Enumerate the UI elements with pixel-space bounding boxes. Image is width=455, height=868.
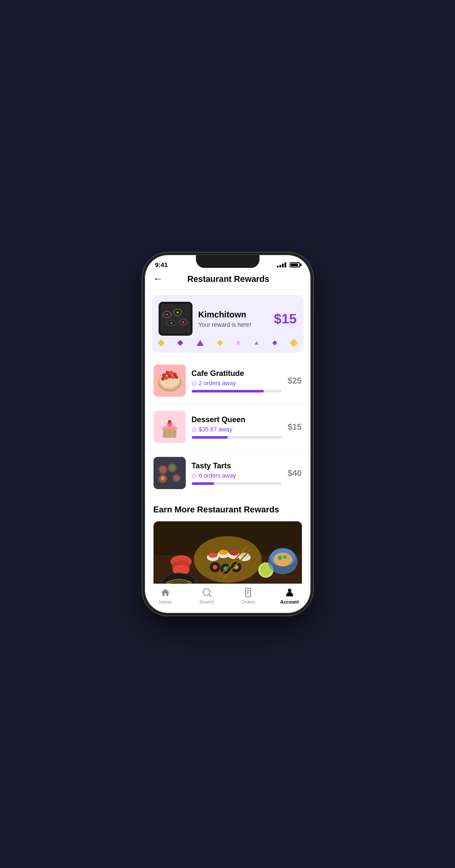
tasty-tarts-progress-bar xyxy=(192,482,282,485)
svg-line-86 xyxy=(209,595,211,597)
featured-restaurant-info: Kimchitown Your reward is here! xyxy=(198,310,268,328)
dessert-queen-name: Dessert Queen xyxy=(192,415,282,424)
cafe-gratitude-image xyxy=(154,364,186,397)
svg-point-22 xyxy=(165,376,168,380)
yellow-diamond-deco-2 xyxy=(217,340,223,346)
svg-point-38 xyxy=(162,467,164,469)
svg-point-80 xyxy=(274,553,292,566)
svg-point-59 xyxy=(229,551,239,556)
phone-screen: 9:41 ← Restaurant Rewards xyxy=(145,255,310,613)
signal-bar-3 xyxy=(282,264,284,267)
tasty-tarts-info: Tasty Tarts ◇ 6 orders away xyxy=(192,462,282,485)
purple-triangle-deco-1 xyxy=(197,340,204,346)
svg-point-23 xyxy=(167,374,172,378)
svg-point-57 xyxy=(219,550,228,555)
svg-point-24 xyxy=(171,376,175,379)
svg-point-91 xyxy=(288,589,291,592)
kimchitown-image xyxy=(159,302,193,336)
dessert-queen-info: Dessert Queen ◇ $35.87 away xyxy=(192,415,282,439)
reward-item-cafe-gratitude[interactable]: Cafe Gratitude ◇ 2 orders away $25 xyxy=(145,358,310,404)
svg-point-13 xyxy=(182,321,184,323)
featured-restaurant-subtitle: Your reward is here! xyxy=(198,321,268,328)
dessert-queen-amount: $15 xyxy=(288,422,301,432)
tab-home-label: Home xyxy=(159,599,172,604)
svg-point-4 xyxy=(166,314,168,315)
svg-rect-1 xyxy=(161,304,190,334)
status-icons xyxy=(277,262,300,267)
page-title: Restaurant Rewards xyxy=(168,274,289,284)
purple-triangle-small-deco xyxy=(254,341,259,345)
search-icon xyxy=(202,587,212,598)
food-banner[interactable] xyxy=(154,521,302,584)
dessert-queen-status-text: $35.87 away xyxy=(199,426,232,433)
diamond-icon-dessert: ◇ xyxy=(192,426,196,433)
tasty-tarts-name: Tasty Tarts xyxy=(192,462,282,470)
scroll-content[interactable]: Kimchitown Your reward is here! $15 xyxy=(145,290,310,584)
dessert-queen-progress-bar xyxy=(192,436,282,439)
svg-point-30 xyxy=(168,420,171,423)
tab-bar: Home Search Orders xyxy=(145,584,310,613)
page-header: ← Restaurant Rewards xyxy=(145,270,310,290)
tab-account[interactable]: Account xyxy=(269,587,310,604)
cafe-gratitude-amount: $25 xyxy=(288,376,301,386)
diamond-icon-tarts: ◇ xyxy=(192,472,196,479)
decoration-row xyxy=(159,336,297,346)
tab-account-label: Account xyxy=(280,599,299,604)
cafe-gratitude-progress-bar xyxy=(192,390,282,392)
tasty-tarts-svg xyxy=(154,457,186,489)
signal-bar-1 xyxy=(277,266,279,267)
svg-point-82 xyxy=(283,555,287,559)
notch xyxy=(196,255,260,268)
battery-icon xyxy=(290,262,300,267)
tab-orders-label: Orders xyxy=(241,599,255,604)
signal-bar-2 xyxy=(279,265,281,267)
svg-point-55 xyxy=(208,553,218,558)
svg-rect-34 xyxy=(154,457,186,489)
featured-reward-card[interactable]: Kimchitown Your reward is here! $15 xyxy=(152,295,304,353)
pink-diamond-deco xyxy=(236,340,240,345)
orders-icon xyxy=(243,587,253,598)
back-button[interactable]: ← xyxy=(154,273,163,284)
signal-bar-4 xyxy=(285,262,286,267)
cafe-gratitude-info: Cafe Gratitude ◇ 2 orders away xyxy=(192,369,282,392)
tasty-tarts-image xyxy=(154,457,186,489)
svg-point-64 xyxy=(213,565,217,569)
svg-point-81 xyxy=(278,556,282,560)
earn-more-section: Earn More Restaurant Rewards xyxy=(145,496,310,584)
dessert-queen-svg xyxy=(154,411,186,443)
svg-point-42 xyxy=(171,466,173,467)
signal-bars-icon xyxy=(277,262,286,267)
svg-point-53 xyxy=(194,536,262,583)
svg-point-10 xyxy=(170,322,173,324)
cafe-gratitude-name: Cafe Gratitude xyxy=(192,369,282,378)
svg-point-7 xyxy=(176,312,179,313)
tasty-tarts-amount: $40 xyxy=(288,468,301,478)
home-icon xyxy=(160,587,170,598)
purple-diamond-deco-2 xyxy=(272,340,277,345)
tab-home[interactable]: Home xyxy=(145,587,187,604)
tab-search[interactable]: Search xyxy=(186,587,228,604)
tasty-tarts-progress-fill xyxy=(192,482,214,485)
purple-diamond-deco-1 xyxy=(177,340,183,346)
tab-search-label: Search xyxy=(199,599,214,604)
cafe-gratitude-status-text: 2 orders away xyxy=(199,380,236,387)
dessert-queen-status: ◇ $35.87 away xyxy=(192,426,282,433)
tasty-tarts-status-text: 6 orders away xyxy=(199,472,236,479)
yellow-diamond-deco-3 xyxy=(290,339,298,347)
battery-fill xyxy=(291,264,299,266)
tab-orders[interactable]: Orders xyxy=(228,587,269,604)
reward-item-dessert-queen[interactable]: Dessert Queen ◇ $35.87 away $15 xyxy=(145,404,310,450)
svg-point-25 xyxy=(161,377,165,381)
dessert-queen-progress-fill xyxy=(192,436,228,439)
phone-frame: 9:41 ← Restaurant Rewards xyxy=(145,255,310,613)
earn-more-title: Earn More Restaurant Rewards xyxy=(154,505,302,515)
kimchitown-food-svg xyxy=(159,302,193,336)
reward-item-tasty-tarts[interactable]: Tasty Tarts ◇ 6 orders away $40 xyxy=(145,450,310,496)
account-icon xyxy=(285,587,295,598)
status-time: 9:41 xyxy=(155,261,168,268)
dessert-queen-image xyxy=(154,411,186,443)
svg-point-46 xyxy=(162,477,164,479)
featured-reward-amount: $15 xyxy=(274,311,296,327)
cafe-gratitude-svg xyxy=(154,364,186,397)
yellow-diamond-deco-1 xyxy=(157,339,165,347)
